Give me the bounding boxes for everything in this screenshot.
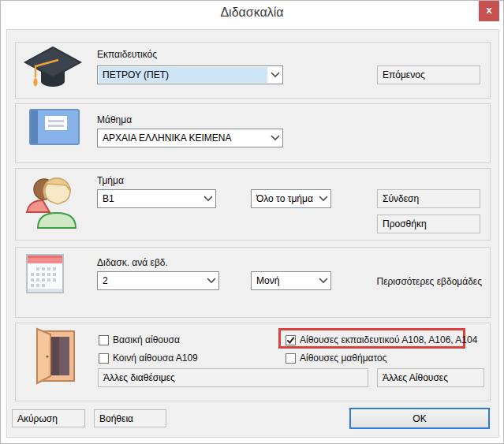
class-scope-value: Όλο το τμήμα — [252, 191, 315, 207]
class-combobox[interactable]: Β1 — [97, 189, 216, 208]
add-button[interactable]: Προσθήκη — [377, 215, 480, 233]
teacher-combobox[interactable]: ΠΕΤΡΟΥ (ΠΕΤ) — [97, 65, 283, 84]
subject-rooms-label: Αίθουσες μαθήματος — [300, 353, 387, 364]
chevron-down-icon[interactable] — [267, 135, 282, 141]
main-room-checkbox-row[interactable]: Βασική αίθουσα — [99, 334, 180, 346]
subject-combobox-value: ΑΡΧΑΙΑ ΕΛΛΗΝΙΚΑ ΚΕΙΜΕΝΑ — [99, 130, 267, 146]
chevron-down-icon[interactable] — [267, 72, 282, 78]
cancel-button[interactable]: Ακύρωση — [12, 409, 85, 427]
main-room-checkbox[interactable] — [99, 335, 109, 345]
subject-rooms-checkbox[interactable] — [286, 353, 296, 364]
title-bar: Διδασκαλία x — [1, 1, 503, 26]
chevron-down-icon[interactable] — [203, 278, 218, 284]
teaching-dialog: Διδασκαλία x Εκπαιδευτικός ΠΕΤΡΟΥ (ΠΕΤ) … — [0, 0, 504, 444]
subject-label: Μάθημα — [97, 114, 132, 125]
other-available-button[interactable]: Άλλες διαθέσιμες — [98, 368, 368, 387]
class-scope-combobox[interactable]: Όλο το τμήμα — [251, 189, 331, 208]
teacher-rooms-checkbox-row[interactable]: Αίθουσες εκπαιδευτικού Α108, Α106, Α104 — [286, 334, 477, 346]
connect-button[interactable]: Σύνδεση — [377, 189, 480, 208]
chevron-down-icon[interactable] — [315, 196, 330, 202]
more-weeks-link[interactable]: Περισσότερες εβδομάδες — [340, 276, 482, 287]
weekly-periods-value: 2 — [99, 273, 203, 289]
teacher-label: Εκπαιδευτικός — [97, 49, 157, 60]
subject-rooms-checkbox-row[interactable]: Αίθουσες μαθήματος — [286, 352, 387, 364]
door-icon — [31, 326, 78, 391]
weekly-periods-combobox[interactable]: 2 — [97, 271, 219, 290]
class-combobox-value: Β1 — [99, 191, 200, 207]
week-type-value: Μονή — [252, 273, 315, 289]
graduation-cap-icon — [23, 45, 83, 97]
close-icon[interactable]: x — [479, 1, 499, 21]
ok-button[interactable]: ΟΚ — [349, 408, 490, 429]
teacher-rooms-label: Αίθουσες εκπαιδευτικού Α108, Α106, Α104 — [300, 334, 477, 345]
calendar-icon — [26, 254, 64, 297]
shared-room-label: Κοινή αίθουσα Α109 — [113, 353, 198, 364]
week-type-combobox[interactable]: Μονή — [251, 271, 331, 290]
main-room-label: Βασική αίθουσα — [113, 334, 180, 345]
chevron-down-icon[interactable] — [315, 278, 330, 284]
teacher-combobox-value: ΠΕΤΡΟΥ (ΠΕΤ) — [99, 67, 267, 83]
dialog-title: Διδασκαλία — [1, 1, 503, 26]
teacher-rooms-checkbox[interactable] — [286, 335, 296, 345]
subject-combobox[interactable]: ΑΡΧΑΙΑ ΕΛΛΗΝΙΚΑ ΚΕΙΜΕΝΑ — [97, 129, 283, 147]
weekly-periods-label: Διδασκ. ανά εβδ. — [97, 257, 168, 268]
shared-room-checkbox[interactable] — [99, 353, 109, 364]
shared-room-checkbox-row[interactable]: Κοινή αίθουσα Α109 — [99, 352, 198, 364]
book-icon — [29, 109, 80, 148]
other-rooms-button[interactable]: Άλλες Αίθουσες — [377, 368, 484, 387]
next-button[interactable]: Επόμενος — [377, 65, 480, 84]
class-label: Τμήμα — [97, 175, 124, 186]
students-icon — [23, 173, 81, 234]
chevron-down-icon[interactable] — [200, 196, 215, 202]
help-button[interactable]: Βοήθεια — [94, 409, 166, 427]
